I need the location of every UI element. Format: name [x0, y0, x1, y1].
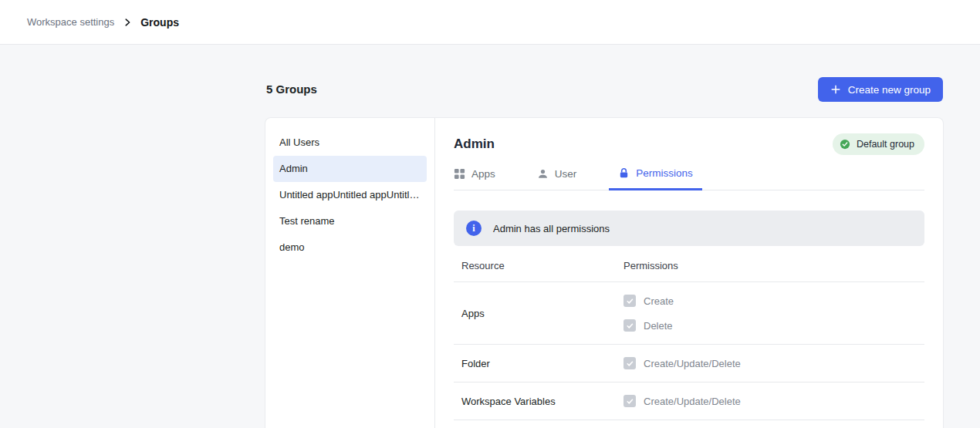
resource-name: Apps — [461, 308, 623, 319]
checkbox-checked-icon[interactable] — [623, 395, 636, 407]
apps-grid-icon — [454, 168, 465, 180]
table-row: Workspace VariablesCreate/Update/Delete — [454, 383, 924, 420]
group-list-item[interactable]: Untitled appUntitled appUntitle… — [273, 182, 427, 208]
permissions-cell: CreateDelete — [623, 295, 924, 332]
group-list-item[interactable]: All Users — [273, 130, 427, 156]
column-header-permissions: Permissions — [623, 260, 924, 271]
group-title: Admin — [454, 136, 495, 152]
tab-label: User — [555, 168, 577, 180]
checkbox-checked-icon[interactable] — [623, 319, 636, 332]
tab-label: Apps — [471, 168, 495, 180]
topbar: Workspace settings Groups — [0, 0, 980, 45]
chevron-right-icon — [122, 17, 133, 28]
resource-name: Folder — [461, 358, 623, 369]
lock-icon — [618, 167, 630, 179]
tab-label: Permissions — [636, 167, 693, 179]
default-group-badge: Default group — [833, 133, 924, 155]
breadcrumb-current: Groups — [140, 16, 179, 29]
permission-option: Delete — [623, 319, 924, 332]
tab-permissions[interactable]: Permissions — [609, 167, 702, 190]
permission-label: Create/Update/Delete — [644, 396, 741, 407]
permission-label: Create/Update/Delete — [644, 358, 741, 369]
user-icon — [537, 168, 549, 180]
permissions-banner: i Admin has all permissions — [454, 211, 924, 246]
group-detail: Admin Default group AppsUserPermissions … — [435, 118, 943, 428]
group-list-item[interactable]: Test rename — [273, 208, 427, 234]
create-group-button[interactable]: Create new group — [818, 77, 943, 102]
breadcrumb-workspace-settings[interactable]: Workspace settings — [27, 16, 114, 28]
permissions-cell: Create/Update/Delete — [623, 357, 924, 369]
group-list-item[interactable]: demo — [273, 234, 427, 261]
permissions-table-header: Resource Permissions — [454, 260, 924, 282]
check-circle-icon — [840, 139, 850, 150]
table-row: AppsCreateDelete — [454, 282, 924, 345]
group-list: All UsersAdminUntitled appUntitled appUn… — [265, 118, 435, 428]
page: Workspace settings Groups 5 Groups Creat… — [0, 0, 980, 428]
permissions-banner-text: Admin has all permissions — [493, 223, 610, 234]
permission-option: Create/Update/Delete — [623, 395, 924, 407]
create-group-button-label: Create new group — [848, 84, 931, 96]
tab-apps[interactable]: Apps — [454, 167, 505, 190]
group-list-item[interactable]: Admin — [273, 156, 427, 182]
tab-user[interactable]: User — [528, 167, 586, 190]
plus-icon — [830, 84, 841, 95]
checkbox-checked-icon[interactable] — [623, 357, 636, 369]
groups-count: 5 Groups — [266, 83, 317, 96]
tab-bar: AppsUserPermissions — [454, 167, 924, 190]
default-group-badge-label: Default group — [857, 139, 914, 150]
column-header-resource: Resource — [461, 260, 623, 271]
group-detail-header: Admin Default group — [454, 133, 924, 155]
permission-option: Create — [623, 295, 924, 307]
groups-card: All UsersAdminUntitled appUntitled appUn… — [265, 117, 944, 428]
permissions-table-body: AppsCreateDeleteFolderCreate/Update/Dele… — [454, 282, 924, 420]
breadcrumb: Workspace settings Groups — [27, 16, 179, 29]
resource-name: Workspace Variables — [461, 396, 623, 407]
info-icon: i — [466, 221, 482, 236]
permission-label: Create — [644, 295, 674, 307]
permission-label: Delete — [644, 320, 673, 332]
permissions-cell: Create/Update/Delete — [623, 395, 924, 407]
table-row: FolderCreate/Update/Delete — [454, 345, 924, 383]
checkbox-checked-icon[interactable] — [623, 295, 636, 307]
permissions-table: Resource Permissions AppsCreateDeleteFol… — [454, 260, 924, 420]
permission-option: Create/Update/Delete — [623, 357, 924, 369]
